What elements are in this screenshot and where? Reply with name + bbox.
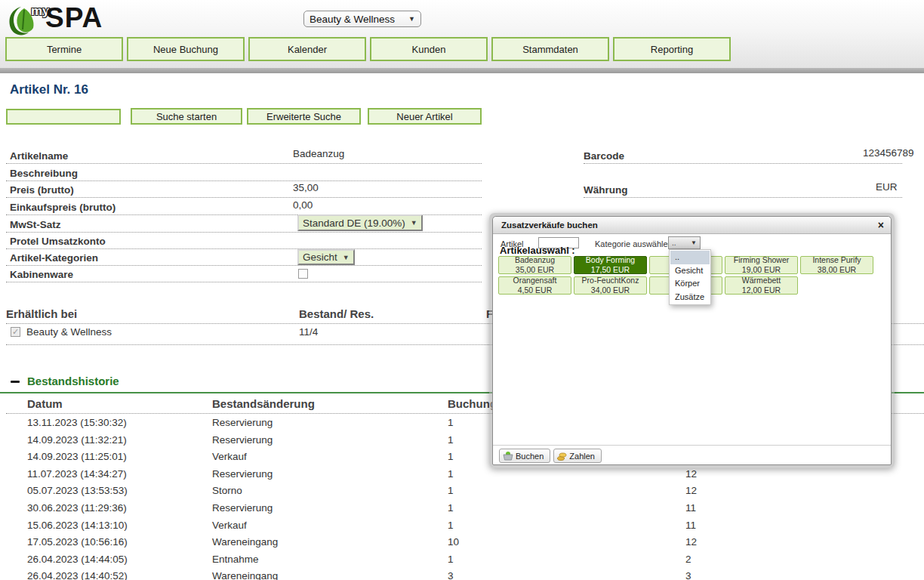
myspa-logo: my SPA xyxy=(6,2,134,35)
modal-frame: Zusatzverkäufe buchen × Artikel Kategori… xyxy=(489,213,895,468)
availability-checkbox: ✓ xyxy=(11,327,20,337)
field-row-artikelname: Artikelname xyxy=(6,148,482,164)
table-row: 17.05.2023 (10:56:16) Wareneingang 10 12 xyxy=(0,534,924,551)
cell-menge: 1 xyxy=(448,500,454,517)
collapse-minus-icon[interactable] xyxy=(11,381,20,383)
buchen-button[interactable]: Buchen xyxy=(499,449,550,463)
new-article-button[interactable]: Neuer Artikel xyxy=(368,108,482,125)
cell-aenderung: Entnahme xyxy=(212,551,259,569)
availability-header: Erhältlich bei xyxy=(6,307,77,320)
cell-menge: 1 xyxy=(448,432,454,449)
field-row-kategorien: Artikel-Kategorien xyxy=(6,251,482,266)
location-select[interactable]: Beauty & Wellness ▼ xyxy=(303,11,421,27)
cell-datum: 14.09.2023 (11:32:21) xyxy=(27,432,127,449)
waehrung-value[interactable]: EUR xyxy=(876,181,898,193)
field-row-preis: Preis (brutto) xyxy=(6,183,482,198)
dropdown-option[interactable]: Gesicht xyxy=(670,264,710,278)
table-row: 26.04.2023 (14:40:52) Wareneingang 3 3 xyxy=(0,568,924,580)
mwst-select[interactable]: Standard DE (19.00%) ▼ xyxy=(297,214,423,231)
artikelname-value[interactable]: Badeanzug xyxy=(293,148,344,159)
article-name: Pro-FeuchtKonz xyxy=(582,276,639,285)
stock-res-header: Bestand/ Res. xyxy=(299,307,374,320)
cell-menge: 1 xyxy=(448,449,454,466)
close-icon[interactable]: × xyxy=(878,217,884,234)
article-button-intense-purify[interactable]: Intense Purify 38,00 EUR xyxy=(800,256,873,274)
article-name: Body Forming xyxy=(586,255,635,265)
basket-icon xyxy=(503,451,513,461)
nav-kalender[interactable]: Kalender xyxy=(248,37,366,61)
cell-aenderung: Storno xyxy=(212,483,242,500)
dropdown-option[interactable]: Körper xyxy=(670,277,710,291)
preis-value[interactable]: 35,00 xyxy=(293,182,319,193)
cell-datum: 17.05.2023 (10:56:16) xyxy=(27,534,128,551)
article-button-pro-feuchtkonz[interactable]: Pro-FeuchtKonz 34,00 EUR xyxy=(574,276,647,295)
field-row-protel: Protel Umsatzkonto xyxy=(6,234,482,249)
app-window: my SPA Beauty & Wellness ▼ Termine Neue … xyxy=(0,0,924,580)
field-row-barcode: Barcode xyxy=(584,148,902,164)
cell-datum: 13.11.2023 (15:30:32) xyxy=(27,415,127,432)
einkaufspreis-value[interactable]: 0,00 xyxy=(293,199,313,211)
cell-aenderung: Reservierung xyxy=(212,466,273,483)
barcode-value[interactable]: 123456789 xyxy=(863,147,914,159)
dropdown-option[interactable]: Zusätze xyxy=(670,291,710,304)
field-row-einkaufspreis: Einkaufspreis (brutto) xyxy=(6,199,482,215)
artikelname-label: Artikelname xyxy=(10,150,68,162)
zusatzverkaeufe-dialog: Zusatzverkäufe buchen × Artikel Kategori… xyxy=(492,216,892,465)
modal-titlebar[interactable]: Zusatzverkäufe buchen × xyxy=(493,217,891,234)
kategorien-label: Artikel-Kategorien xyxy=(10,252,98,264)
header-divider xyxy=(0,68,924,73)
artikelauswahl-label: Artikelauswahl : xyxy=(500,245,575,256)
modal-footer: Buchen Zahlen xyxy=(499,449,602,463)
nav-stammdaten[interactable]: Stammdaten xyxy=(491,37,609,61)
article-button-body-forming[interactable]: Body Forming 17,50 EUR xyxy=(574,256,647,274)
article-price: 35,00 EUR xyxy=(516,265,554,275)
stock-res-value: 11/4 xyxy=(299,326,318,338)
table-row: 15.06.2023 (14:13:10) Verkauf 1 11 xyxy=(0,517,924,535)
kategorie-label: Kategorie auswählen xyxy=(595,239,673,248)
article-button-orangensaft[interactable]: Orangensaft 4,50 EUR xyxy=(498,276,571,295)
cell-aenderung: Verkauf xyxy=(212,517,247,535)
cell-aenderung: Reservierung xyxy=(212,500,273,517)
zahlen-button[interactable]: Zahlen xyxy=(553,449,602,463)
kabinenware-checkbox[interactable] xyxy=(298,269,308,279)
chevron-down-icon: ▼ xyxy=(411,219,417,227)
nav-neue-buchung[interactable]: Neue Buchung xyxy=(127,37,245,61)
availability-location: Beauty & Wellness xyxy=(26,326,112,338)
article-button-firming-shower[interactable]: Firming Shower 19,00 EUR xyxy=(725,256,798,274)
article-button-badeanzug[interactable]: Badeanzug 35,00 EUR xyxy=(498,256,571,274)
table-row: 11.07.2023 (14:34:27) Reservierung 1 12 xyxy=(0,466,924,483)
kategorien-select[interactable]: Gesicht ▼ xyxy=(297,249,355,265)
nav-kunden[interactable]: Kunden xyxy=(370,37,488,61)
mwst-label: MwSt-Satz xyxy=(10,219,61,230)
cell-menge: 10 xyxy=(448,534,459,551)
chevron-down-icon: ▼ xyxy=(408,15,415,23)
article-button-waermebett[interactable]: Wärmebett 12,00 EUR xyxy=(725,276,798,295)
article-name: Wärmebett xyxy=(742,276,781,285)
cell-bestand: 2 xyxy=(685,551,691,569)
logo-text-spa: SPA xyxy=(45,2,103,34)
kategorie-select-value: .. xyxy=(672,239,676,247)
waehrung-label: Währung xyxy=(584,184,628,196)
article-price: 17,50 EUR xyxy=(591,265,630,275)
cell-aenderung: Reservierung xyxy=(212,415,273,432)
search-start-button[interactable]: Suche starten xyxy=(131,108,242,125)
cell-aenderung: Wareneingang xyxy=(212,534,278,551)
kategorie-select[interactable]: .. ▼ xyxy=(668,236,701,249)
table-row: 26.04.2023 (14:44:05) Entnahme 1 2 xyxy=(0,551,924,569)
dropdown-option[interactable]: .. xyxy=(670,251,710,264)
advanced-search-button[interactable]: Erweiterte Suche xyxy=(247,108,361,125)
article-search-input[interactable] xyxy=(6,109,121,125)
nav-reporting[interactable]: Reporting xyxy=(613,37,731,61)
mwst-select-value: Standard DE (19.00%) xyxy=(303,218,405,229)
nav-termine[interactable]: Termine xyxy=(5,37,123,61)
article-name: Intense Purify xyxy=(812,255,861,265)
cell-bestand: 12 xyxy=(685,466,697,483)
article-price: 19,00 EUR xyxy=(742,265,781,275)
cell-datum: 26.04.2023 (14:40:52) xyxy=(27,568,128,580)
article-name: Badeanzug xyxy=(515,255,555,265)
history-section-title[interactable]: Bestandshistorie xyxy=(27,375,119,387)
kategorien-select-value: Gesicht xyxy=(303,251,337,263)
app-header: my SPA Beauty & Wellness ▼ Termine Neue … xyxy=(0,0,924,68)
cell-datum: 15.06.2023 (14:13:10) xyxy=(27,517,128,535)
article-price: 4,50 EUR xyxy=(518,285,553,295)
